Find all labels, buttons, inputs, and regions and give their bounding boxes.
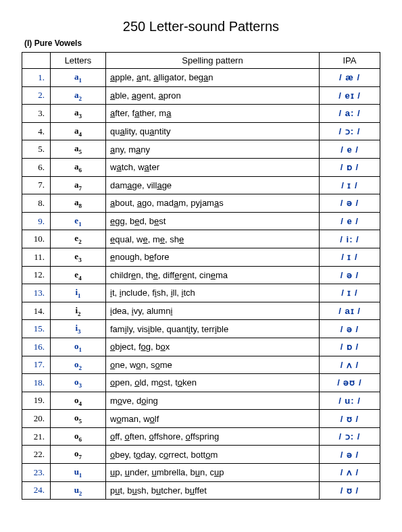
table-header-row: Letters Spelling pattern IPA	[22, 53, 380, 69]
letter-cell: e3	[51, 248, 106, 266]
table-row: 10.e2equal, we, me, she/ i: /	[22, 230, 380, 248]
row-number: 2.	[22, 86, 51, 105]
letter-cell: a5	[51, 140, 106, 159]
letter-cell: o7	[51, 446, 106, 464]
table-row: 7.a7damage, village/ ɪ /	[22, 176, 380, 194]
pattern-cell: put, bush, butcher, buffet	[106, 481, 320, 500]
ipa-cell: / ɔ: /	[320, 427, 380, 446]
table-row: 17.o2one, won, some/ ʌ /	[22, 356, 380, 374]
pattern-cell: open, old, most, token	[106, 374, 320, 392]
pattern-cell: equal, we, me, she	[106, 230, 320, 248]
table-row: 6.a6watch, water/ ɒ /	[22, 158, 380, 176]
letter-cell: a7	[51, 176, 106, 194]
row-number: 17.	[22, 356, 51, 374]
row-number: 19.	[22, 392, 51, 410]
ipa-cell: / ɒ /	[320, 158, 380, 176]
table-row: 24.u2put, bush, butcher, buffet/ ʊ /	[22, 481, 380, 500]
letter-cell: u2	[51, 481, 106, 500]
ipa-cell: / eɪ /	[320, 86, 380, 105]
letter-cell: u1	[51, 464, 106, 482]
ipa-cell: / ɪ /	[320, 248, 380, 266]
table-row: 11.e3enough, before/ ɪ /	[22, 248, 380, 266]
row-number: 24.	[22, 481, 51, 500]
letter-cell: e2	[51, 230, 106, 248]
row-number: 18.	[22, 374, 51, 392]
row-number: 22.	[22, 446, 51, 464]
table-row: 22.o7obey, today, correct, bottom/ ə /	[22, 446, 380, 464]
patterns-table: Letters Spelling pattern IPA 1.a1apple, …	[22, 52, 380, 500]
letter-cell: o3	[51, 374, 106, 392]
row-number: 5.	[22, 140, 51, 159]
ipa-cell: / ə /	[320, 446, 380, 464]
pattern-cell: enough, before	[106, 248, 320, 266]
table-row: 8.a8about, ago, madam, pyjamas/ ə /	[22, 194, 380, 213]
ipa-cell: / ə /	[320, 194, 380, 213]
ipa-cell: / e /	[320, 140, 380, 159]
table-row: 1.a1apple, ant, alligator, began/ æ /	[22, 69, 380, 87]
row-number: 12.	[22, 266, 51, 284]
pattern-cell: after, father, ma	[106, 105, 320, 123]
pattern-cell: watch, water	[106, 158, 320, 176]
table-row: 16.o1object, fog, box/ ɒ /	[22, 338, 380, 356]
col-header-ipa: IPA	[320, 53, 380, 69]
letter-cell: i2	[51, 302, 106, 320]
pattern-cell: off, often, offshore, offspring	[106, 427, 320, 446]
pattern-cell: apple, ant, alligator, began	[106, 69, 320, 87]
pattern-cell: move, doing	[106, 392, 320, 410]
letter-cell: o2	[51, 356, 106, 374]
row-number: 11.	[22, 248, 51, 266]
table-row: 15.i3family, visible, quantity, terrible…	[22, 320, 380, 338]
ipa-cell: / ə /	[320, 320, 380, 338]
table-row: 2.a2able, agent, apron/ eɪ /	[22, 86, 380, 105]
letter-cell: o1	[51, 338, 106, 356]
ipa-cell: / ʊ /	[320, 481, 380, 500]
row-number: 1.	[22, 69, 51, 87]
table-row: 9.e1egg, bed, best/ e /	[22, 212, 380, 230]
table-row: 20.o5woman, wolf/ ʊ /	[22, 410, 380, 428]
table-row: 13.i1it, include, fish, ill, itch/ ɪ /	[22, 284, 380, 302]
table-row: 14.i2idea, ivy, alumni/ aɪ /	[22, 302, 380, 320]
col-header-num	[22, 53, 51, 69]
ipa-cell: / æ /	[320, 69, 380, 87]
row-number: 4.	[22, 122, 51, 140]
row-number: 3.	[22, 105, 51, 123]
table-row: 21.o6off, often, offshore, offspring/ ɔ:…	[22, 427, 380, 446]
pattern-cell: any, many	[106, 140, 320, 159]
row-number: 16.	[22, 338, 51, 356]
row-number: 10.	[22, 230, 51, 248]
section-heading: (I) Pure Vowels	[24, 38, 380, 48]
pattern-cell: family, visible, quantity, terrible	[106, 320, 320, 338]
letter-cell: o5	[51, 410, 106, 428]
table-row: 19.o4move, doing/ u: /	[22, 392, 380, 410]
ipa-cell: / ɪ /	[320, 284, 380, 302]
letter-cell: o4	[51, 392, 106, 410]
table-row: 12.e4children, the, different, cinema/ ə…	[22, 266, 380, 284]
pattern-cell: it, include, fish, ill, itch	[106, 284, 320, 302]
ipa-cell: / əʊ /	[320, 374, 380, 392]
table-row: 18.o3open, old, most, token/ əʊ /	[22, 374, 380, 392]
pattern-cell: woman, wolf	[106, 410, 320, 428]
ipa-cell: / ʌ /	[320, 464, 380, 482]
ipa-cell: / u: /	[320, 392, 380, 410]
pattern-cell: egg, bed, best	[106, 212, 320, 230]
table-row: 23.u1up, under, umbrella, bun, cup/ ʌ /	[22, 464, 380, 482]
pattern-cell: about, ago, madam, pyjamas	[106, 194, 320, 213]
pattern-cell: one, won, some	[106, 356, 320, 374]
row-number: 8.	[22, 194, 51, 213]
ipa-cell: / ʌ /	[320, 356, 380, 374]
row-number: 21.	[22, 427, 51, 446]
ipa-cell: / ɔ: /	[320, 122, 380, 140]
pattern-cell: idea, ivy, alumni	[106, 302, 320, 320]
pattern-cell: obey, today, correct, bottom	[106, 446, 320, 464]
ipa-cell: / ɒ /	[320, 338, 380, 356]
letter-cell: i3	[51, 320, 106, 338]
ipa-cell: / ʊ /	[320, 410, 380, 428]
ipa-cell: / aɪ /	[320, 302, 380, 320]
letter-cell: a6	[51, 158, 106, 176]
letter-cell: a8	[51, 194, 106, 213]
row-number: 20.	[22, 410, 51, 428]
pattern-cell: able, agent, apron	[106, 86, 320, 105]
row-number: 14.	[22, 302, 51, 320]
pattern-cell: quality, quantity	[106, 122, 320, 140]
pattern-cell: damage, village	[106, 176, 320, 194]
